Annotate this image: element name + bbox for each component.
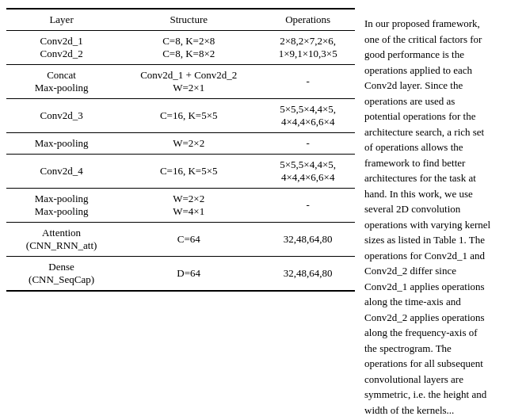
row-structure: C=64 xyxy=(116,223,261,257)
row-layer: Conv2d_1Conv2d_2 xyxy=(6,31,116,65)
table-row: Conv2d_1Conv2d_2 C=8, K=2×8C=8, K=8×2 2×… xyxy=(6,31,355,65)
table-row: Max-pooling W=2×2 - xyxy=(6,133,355,155)
row-operations: 32,48,64,80 xyxy=(261,223,355,257)
table-row: Dense(CNN_SeqCap) D=64 32,48,64,80 xyxy=(6,257,355,292)
row-layer: Max-poolingMax-pooling xyxy=(6,189,116,223)
right-panel-text: In our proposed framework, one of the cr… xyxy=(355,8,501,420)
table-row: ConcatMax-pooling Conv2d_1 + Conv2d_2W=2… xyxy=(6,65,355,99)
row-layer: Max-pooling xyxy=(6,133,116,155)
row-operations: 32,48,64,80 xyxy=(261,257,355,292)
row-structure: Conv2d_1 + Conv2d_2W=2×1 xyxy=(116,65,261,99)
row-operations: - xyxy=(261,65,355,99)
row-operations: - xyxy=(261,133,355,155)
row-layer: Conv2d_3 xyxy=(6,99,116,133)
row-layer: Dense(CNN_SeqCap) xyxy=(6,257,116,292)
architecture-table: Layer Structure Operations Conv2d_1Conv2… xyxy=(6,8,355,292)
row-structure: C=8, K=2×8C=8, K=8×2 xyxy=(116,31,261,65)
table-row: Conv2d_3 C=16, K=5×5 5×5,5×4,4×5,4×4,4×6… xyxy=(6,99,355,133)
row-operations: 2×8,2×7,2×6,1×9,1×10,3×5 xyxy=(261,31,355,65)
row-operations: 5×5,5×4,4×5,4×4,4×6,6×4 xyxy=(261,155,355,189)
header-layer: Layer xyxy=(6,9,116,31)
row-operations: - xyxy=(261,189,355,223)
row-layer: ConcatMax-pooling xyxy=(6,65,116,99)
table-row: Conv2d_4 C=16, K=5×5 5×5,5×4,4×5,4×4,4×6… xyxy=(6,155,355,189)
row-layer: Conv2d_4 xyxy=(6,155,116,189)
row-structure: D=64 xyxy=(116,257,261,292)
table-container: Layer Structure Operations Conv2d_1Conv2… xyxy=(6,8,355,292)
header-operations: Operations xyxy=(261,9,355,31)
table-row: Max-poolingMax-pooling W=2×2W=4×1 - xyxy=(6,189,355,223)
row-structure: C=16, K=5×5 xyxy=(116,155,261,189)
row-structure: W=2×2 xyxy=(116,133,261,155)
header-structure: Structure xyxy=(116,9,261,31)
row-structure: C=16, K=5×5 xyxy=(116,99,261,133)
row-layer: Attention(CNN_RNN_att) xyxy=(6,223,116,257)
table-row: Attention(CNN_RNN_att) C=64 32,48,64,80 xyxy=(6,223,355,257)
row-operations: 5×5,5×4,4×5,4×4,4×6,6×4 xyxy=(261,99,355,133)
row-structure: W=2×2W=4×1 xyxy=(116,189,261,223)
